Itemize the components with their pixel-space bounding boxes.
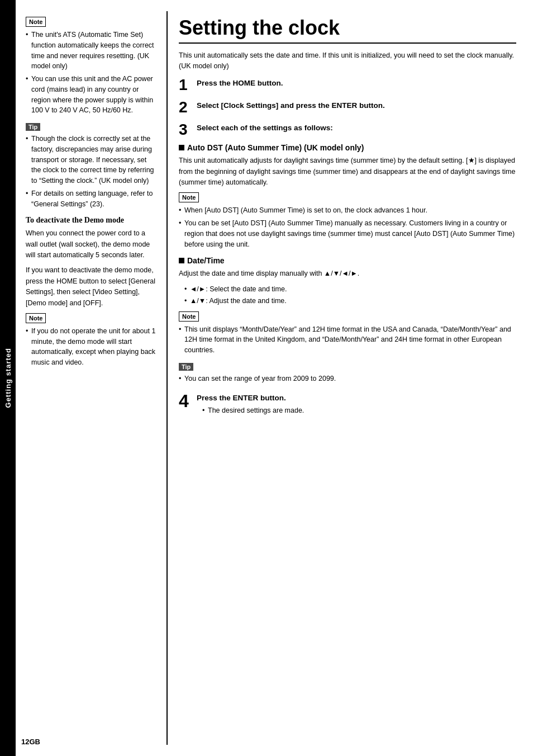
step-2: 2 Select [Clock Settings] and press the …	[179, 98, 516, 115]
note-section-2: Note If you do not operate the unit for …	[26, 313, 156, 368]
date-time-heading-text: Date/Time	[187, 256, 225, 265]
right-column: Setting the clock This unit automaticall…	[166, 11, 533, 745]
demo-section-title: To deactivate the Demo mode	[26, 216, 156, 225]
note-list-2: If you do not operate the unit for about…	[26, 326, 156, 368]
note-item: If you do not operate the unit for about…	[26, 326, 156, 368]
note-tag-1: Note	[26, 17, 46, 27]
date-time-note: Note This unit displays “Month/Date/Year…	[179, 311, 516, 356]
tip-item: Though the clock is correctly set at the…	[26, 134, 156, 186]
black-square-icon-2	[179, 258, 184, 263]
step-1-number: 1	[179, 76, 197, 93]
auto-dst-body: This unit automatically adjusts for dayl…	[179, 155, 516, 188]
demo-body-2: If you want to deactivate the demo mode,…	[26, 265, 156, 309]
step-4-item: The desired settings are made.	[202, 405, 304, 416]
demo-body-1: When you connect the power cord to a wal…	[26, 228, 156, 261]
auto-dst-heading: Auto DST (Auto Summer Time) (UK model on…	[179, 143, 516, 152]
date-time-note-list: This unit displays “Month/Date/Year” and…	[179, 324, 516, 356]
date-time-tip-list: You can set the range of year from 2009 …	[179, 374, 516, 384]
note-item: You can use this unit and the AC power c…	[26, 74, 156, 116]
page-title: Setting the clock	[179, 17, 516, 44]
tip-list-1: Though the clock is correctly set at the…	[26, 134, 156, 209]
date-time-tip-tag: Tip	[179, 363, 193, 371]
note-item: This unit displays “Month/Date/Year” and…	[179, 324, 516, 356]
tip-section-1: Tip Though the clock is correctly set at…	[26, 122, 156, 209]
step-4-text: Press the ENTER button.	[197, 391, 304, 404]
date-time-note-tag: Note	[179, 311, 199, 322]
auto-dst-note: Note When [Auto DST] (Auto Summer Time) …	[179, 192, 516, 249]
auto-dst-heading-text: Auto DST (Auto Summer Time) (UK model on…	[187, 143, 364, 152]
step-3-number: 3	[179, 121, 197, 138]
date-time-item: ◄/►: Select the date and time.	[184, 284, 516, 295]
left-column: Note The unit's ATS (Automatic Time Set)…	[16, 11, 166, 745]
step-4: 4 Press the ENTER button. The desired se…	[179, 391, 516, 418]
note-list-1: The unit's ATS (Automatic Time Set) func…	[26, 30, 156, 116]
tip-item: You can set the range of year from 2009 …	[179, 374, 516, 384]
step-3: 3 Select each of the settings as follows…	[179, 121, 516, 138]
step-4-list: The desired settings are made.	[197, 405, 304, 416]
auto-dst-note-tag: Note	[179, 192, 199, 202]
black-square-icon	[179, 145, 184, 150]
note-item: When [Auto DST] (Auto Summer Time) is se…	[179, 205, 516, 216]
date-time-heading: Date/Time	[179, 256, 516, 265]
note-item: The unit's ATS (Automatic Time Set) func…	[26, 30, 156, 72]
step-2-text: Select [Clock Settings] and press the EN…	[197, 98, 385, 111]
date-time-item: ▲/▼: Adjust the date and time.	[184, 296, 516, 306]
sidebar-label: Getting started	[4, 348, 12, 408]
page-number: 12GB	[21, 738, 40, 746]
step-4-number: 4	[179, 391, 197, 410]
date-time-body: Adjust the date and time display manuall…	[179, 268, 516, 279]
auto-dst-note-list: When [Auto DST] (Auto Summer Time) is se…	[179, 205, 516, 249]
step-2-number: 2	[179, 98, 197, 115]
main-content: Note The unit's ATS (Automatic Time Set)…	[16, 0, 533, 756]
note-section-1: Note The unit's ATS (Automatic Time Set)…	[26, 17, 156, 116]
tip-item: For details on setting language, refer t…	[26, 188, 156, 210]
step-1: 1 Press the HOME button.	[179, 76, 516, 93]
date-time-list: ◄/►: Select the date and time. ▲/▼: Adju…	[179, 284, 516, 307]
date-time-tip: Tip You can set the range of year from 2…	[179, 362, 516, 384]
note-item: You can be set [Auto DST] (Auto Summer T…	[179, 218, 516, 249]
step-4-content: Press the ENTER button. The desired sett…	[197, 391, 304, 418]
sidebar: Getting started	[0, 0, 16, 756]
step-3-text: Select each of the settings as follows:	[197, 121, 333, 134]
step-1-text: Press the HOME button.	[197, 76, 283, 89]
intro-text: This unit automatically sets the date an…	[179, 50, 516, 72]
note-tag-2: Note	[26, 313, 46, 323]
tip-tag-1: Tip	[26, 123, 40, 131]
